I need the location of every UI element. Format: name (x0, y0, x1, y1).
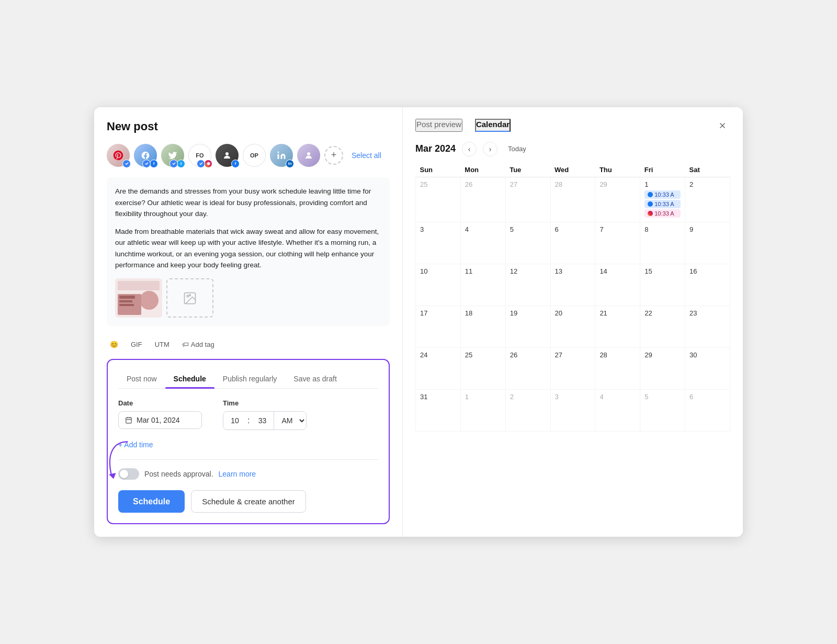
tab-publish-regularly[interactable]: Publish regularly (214, 370, 286, 388)
tab-save-as-draft[interactable]: Save as draft (285, 370, 345, 388)
account-avatar-other[interactable] (297, 144, 320, 167)
schedule-button[interactable]: Schedule (118, 490, 185, 513)
calendar-day-cell[interactable]: 16 (685, 264, 730, 306)
calendar-day-cell[interactable]: 27 (505, 177, 550, 222)
fb-badge-5: f (231, 160, 240, 168)
select-all-button[interactable]: Select all (347, 149, 386, 162)
tab-calendar[interactable]: Calendar (475, 119, 511, 132)
calendar-day-cell[interactable]: 1 (460, 389, 505, 431)
calendar-day-cell[interactable]: 28 (595, 347, 640, 389)
calendar-day-cell[interactable]: 11 (460, 264, 505, 306)
add-time-button[interactable]: + Add time (118, 438, 153, 451)
schedule-create-button[interactable]: Schedule & create another (191, 490, 306, 513)
gif-button[interactable]: GIF (128, 338, 145, 351)
time-separator: : (246, 416, 251, 425)
calendar-day-cell[interactable]: 2 (505, 389, 550, 431)
calendar-day-cell[interactable]: 6 (685, 389, 730, 431)
calendar-day-cell[interactable]: 29 (595, 177, 640, 222)
day-number: 21 (600, 309, 636, 317)
calendar-day-cell[interactable]: 3 (416, 222, 461, 264)
day-number: 28 (600, 351, 636, 359)
calendar-icon (125, 416, 132, 424)
calendar-day-cell[interactable]: 26 (460, 177, 505, 222)
account-avatar-dark[interactable]: f (216, 144, 239, 167)
calendar-day-cell[interactable]: 5 (505, 222, 550, 264)
account-avatar-fo[interactable]: FO ◉ (188, 144, 211, 167)
utm-button[interactable]: UTM (152, 338, 173, 351)
day-number: 2 (510, 393, 546, 401)
calendar-day-cell[interactable]: 14 (595, 264, 640, 306)
calendar-day-cell[interactable]: 18 (460, 306, 505, 347)
calendar-day-cell[interactable]: 7 (595, 222, 640, 264)
day-number: 25 (465, 351, 501, 359)
calendar-day-cell[interactable]: 26 (505, 347, 550, 389)
day-number: 8 (644, 225, 681, 233)
account-avatar-op[interactable]: OP (243, 144, 266, 167)
calendar-day-cell[interactable]: 28 (550, 177, 595, 222)
calendar-day-cell[interactable]: 10 (416, 264, 461, 306)
calendar-day-cell[interactable]: 5 (640, 389, 685, 431)
col-sun: Sun (416, 163, 461, 177)
calendar-day-cell[interactable]: 6 (550, 222, 595, 264)
col-mon: Mon (460, 163, 505, 177)
col-tue: Tue (505, 163, 550, 177)
calendar-prev-button[interactable]: ‹ (462, 142, 477, 156)
day-number: 16 (689, 267, 726, 275)
day-number: 26 (510, 351, 546, 359)
time-input[interactable]: : AM PM (223, 411, 307, 430)
calendar-day-cell[interactable]: 12 (505, 264, 550, 306)
time-minute[interactable] (251, 412, 274, 429)
calendar-event[interactable]: 10:33 A (644, 200, 681, 208)
svg-rect-9 (119, 304, 134, 306)
calendar-day-cell[interactable]: 2 (685, 177, 730, 222)
calendar-next-button[interactable]: › (483, 142, 497, 156)
calendar-day-cell[interactable]: 8 (640, 222, 685, 264)
account-avatar-pinterest[interactable] (107, 144, 130, 167)
calendar-day-cell[interactable]: 15 (640, 264, 685, 306)
tab-post-preview[interactable]: Post preview (415, 119, 462, 132)
account-avatar-twitter[interactable]: t (161, 144, 184, 167)
today-button[interactable]: Today (504, 143, 530, 155)
add-account-button[interactable]: + (324, 146, 343, 165)
calendar-day-cell[interactable]: 21 (595, 306, 640, 347)
calendar-day-cell[interactable]: 22 (640, 306, 685, 347)
calendar-day-cell[interactable]: 29 (640, 347, 685, 389)
time-hour[interactable] (223, 412, 246, 429)
calendar-day-cell[interactable]: 25 (416, 177, 461, 222)
calendar-day-cell[interactable]: 24 (416, 347, 461, 389)
svg-marker-18 (109, 473, 116, 479)
calendar-day-cell[interactable]: 31 (416, 389, 461, 431)
close-button[interactable] (715, 118, 730, 133)
day-number: 26 (465, 180, 501, 188)
calendar-day-cell[interactable]: 4 (595, 389, 640, 431)
approval-toggle[interactable] (118, 468, 139, 480)
post-content-area[interactable]: Are the demands and stresses from your b… (107, 177, 390, 326)
add-tag-button[interactable]: 🏷 Add tag (179, 338, 218, 351)
calendar-day-cell[interactable]: 25 (460, 347, 505, 389)
date-input[interactable]: Mar 01, 2024 (118, 411, 202, 429)
tab-schedule[interactable]: Schedule (165, 370, 214, 388)
calendar-event[interactable]: 10:33 A (644, 190, 681, 199)
calendar-day-cell[interactable]: 17 (416, 306, 461, 347)
image-placeholder[interactable] (166, 278, 213, 318)
account-avatar-facebook[interactable]: f (134, 144, 157, 167)
calendar-week-row: 24252627282930 (416, 347, 730, 389)
calendar-day-cell[interactable]: 3 (550, 389, 595, 431)
emoji-button[interactable]: 😊 (107, 338, 121, 351)
account-avatar-linkedin[interactable]: in (270, 144, 293, 167)
calendar-day-cell[interactable]: 23 (685, 306, 730, 347)
calendar-event[interactable]: 10:33 A (644, 209, 681, 218)
day-number: 3 (420, 225, 456, 233)
calendar-day-cell[interactable]: 20 (550, 306, 595, 347)
calendar-day-cell[interactable]: 30 (685, 347, 730, 389)
learn-more-link[interactable]: Learn more (219, 470, 256, 478)
image-thumb-1[interactable] (115, 278, 162, 318)
calendar-day-cell[interactable]: 19 (505, 306, 550, 347)
calendar-day-cell[interactable]: 13 (550, 264, 595, 306)
calendar-day-cell[interactable]: 9 (685, 222, 730, 264)
calendar-day-cell[interactable]: 110:33 A10:33 A10:33 A (640, 177, 685, 222)
ampm-select[interactable]: AM PM (274, 412, 306, 430)
calendar-day-cell[interactable]: 27 (550, 347, 595, 389)
calendar-day-cell[interactable]: 4 (460, 222, 505, 264)
tab-post-now[interactable]: Post now (118, 370, 165, 388)
